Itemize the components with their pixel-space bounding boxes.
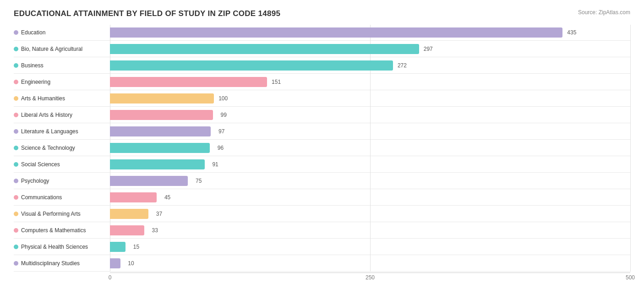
bar: 272	[110, 60, 393, 71]
bar: 91	[110, 159, 205, 169]
dot-icon	[14, 113, 18, 117]
bar-container: 151	[110, 77, 630, 87]
bar: 100	[110, 93, 214, 104]
bar-value-label: 37	[156, 211, 162, 217]
bar-value-label: 99	[221, 112, 227, 118]
dot-icon	[14, 146, 18, 150]
bar: 33	[110, 225, 144, 235]
bar-container: 435	[110, 27, 630, 38]
bar-container: 99	[110, 110, 630, 120]
bar: 99	[110, 110, 213, 120]
bar-container: 45	[110, 192, 630, 202]
bar-label: Physical & Health Sciences	[14, 244, 110, 250]
x-tick-label: 0	[109, 274, 112, 281]
label-text: Arts & Humanities	[21, 95, 65, 102]
dot-icon	[14, 30, 18, 35]
bar-label: Liberal Arts & History	[14, 112, 110, 118]
bar-row: Multidisciplinary Studies10	[14, 256, 630, 272]
bar-label: Education	[14, 29, 110, 36]
label-text: Computers & Mathematics	[21, 227, 86, 234]
bar-label: Literature & Languages	[14, 128, 110, 135]
dot-icon	[14, 63, 18, 68]
dot-icon	[14, 245, 18, 249]
bar-label: Visual & Performing Arts	[14, 211, 110, 217]
dot-icon	[14, 195, 18, 200]
bar-row: Engineering151	[14, 74, 630, 90]
bar: 297	[110, 44, 419, 54]
source-label: Source: ZipAtlas.com	[578, 9, 630, 16]
bar: 75	[110, 176, 188, 186]
bar-row: Bio, Nature & Agricultural297	[14, 41, 630, 57]
bar-label: Science & Technology	[14, 145, 110, 151]
chart-area: Education435Bio, Nature & Agricultural29…	[14, 25, 630, 272]
label-text: Communications	[21, 194, 62, 201]
dot-icon	[14, 261, 18, 266]
label-text: Physical & Health Sciences	[21, 244, 88, 250]
bar-container: 10	[110, 258, 630, 268]
bar-value-label: 75	[196, 178, 202, 184]
label-text: Psychology	[21, 178, 49, 184]
bar-row: Social Sciences91	[14, 157, 630, 173]
bar-value-label: 435	[567, 29, 576, 36]
bar-value-label: 97	[218, 128, 224, 135]
label-text: Visual & Performing Arts	[21, 211, 81, 217]
bar-container: 272	[110, 60, 630, 71]
bar-value-label: 297	[424, 46, 433, 52]
bar: 151	[110, 77, 267, 87]
dot-icon	[14, 47, 18, 51]
bar-label: Communications	[14, 194, 110, 201]
label-text: Education	[21, 29, 45, 36]
label-text: Engineering	[21, 79, 50, 85]
bar-row: Physical & Health Sciences15	[14, 239, 630, 255]
bar-label: Multidisciplinary Studies	[14, 260, 110, 267]
bar-row: Science & Technology96	[14, 140, 630, 156]
dot-icon	[14, 129, 18, 134]
bar: 15	[110, 242, 126, 252]
bar-row: Liberal Arts & History99	[14, 107, 630, 123]
bar-container: 15	[110, 242, 630, 252]
bar-container: 96	[110, 143, 630, 153]
label-text: Social Sciences	[21, 161, 60, 168]
bar-label: Arts & Humanities	[14, 95, 110, 102]
chart-wrapper: Education435Bio, Nature & Agricultural29…	[14, 25, 630, 284]
bar-row: Education435	[14, 25, 630, 41]
bar-row: Business272	[14, 58, 630, 74]
bar: 10	[110, 258, 120, 268]
bar-row: Literature & Languages97	[14, 124, 630, 140]
dot-icon	[14, 80, 18, 84]
bar-row: Arts & Humanities100	[14, 91, 630, 107]
dot-icon	[14, 96, 18, 101]
dot-icon	[14, 179, 18, 183]
bar-value-label: 272	[398, 62, 407, 69]
label-text: Multidisciplinary Studies	[21, 260, 80, 267]
bar: 97	[110, 126, 211, 136]
dot-icon	[14, 228, 18, 233]
bar: 45	[110, 192, 157, 202]
label-text: Liberal Arts & History	[21, 112, 72, 118]
x-tick-label: 500	[626, 274, 635, 281]
bar-value-label: 15	[133, 244, 139, 250]
bar: 96	[110, 143, 210, 153]
label-text: Literature & Languages	[21, 128, 78, 135]
bar: 37	[110, 209, 148, 219]
label-text: Business	[21, 62, 44, 69]
bar-container: 91	[110, 159, 630, 169]
bar-value-label: 45	[164, 194, 170, 201]
bar-value-label: 151	[272, 79, 281, 85]
bar-container: 100	[110, 93, 630, 104]
bar-container: 297	[110, 44, 630, 54]
bar-container: 75	[110, 176, 630, 186]
bar-label: Psychology	[14, 178, 110, 184]
bar-label: Bio, Nature & Agricultural	[14, 46, 110, 52]
bar-row: Communications45	[14, 190, 630, 206]
page-container: EDUCATIONAL ATTAINMENT BY FIELD OF STUDY…	[14, 9, 630, 284]
bar-label: Social Sciences	[14, 161, 110, 168]
dot-icon	[14, 212, 18, 216]
label-text: Bio, Nature & Agricultural	[21, 46, 82, 52]
bar-row: Visual & Performing Arts37	[14, 206, 630, 222]
bar-value-label: 10	[128, 260, 134, 267]
bar-row: Psychology75	[14, 173, 630, 189]
bar-label: Business	[14, 62, 110, 69]
bar-value-label: 100	[218, 95, 228, 102]
dot-icon	[14, 162, 18, 167]
